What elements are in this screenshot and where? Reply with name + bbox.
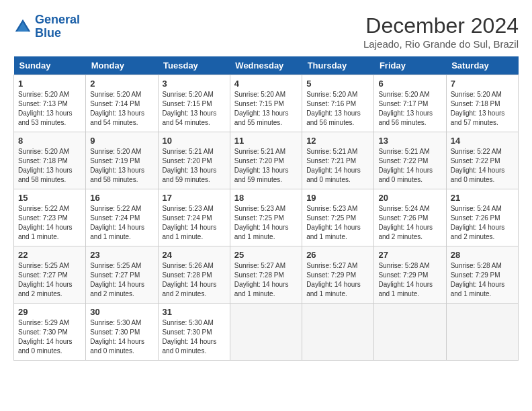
weekday-header-saturday: Saturday [446, 56, 518, 75]
day-info: Sunrise: 5:21 AM Sunset: 7:20 PM Dayligh… [163, 147, 226, 185]
calendar-cell: 15Sunrise: 5:22 AM Sunset: 7:23 PM Dayli… [14, 189, 86, 246]
day-info: Sunrise: 5:27 AM Sunset: 7:29 PM Dayligh… [306, 261, 369, 299]
day-info: Sunrise: 5:22 AM Sunset: 7:24 PM Dayligh… [90, 204, 153, 242]
day-info: Sunrise: 5:25 AM Sunset: 7:27 PM Dayligh… [90, 261, 153, 299]
week-row-5: 29Sunrise: 5:29 AM Sunset: 7:30 PM Dayli… [14, 304, 519, 361]
calendar-cell: 2Sunrise: 5:20 AM Sunset: 7:14 PM Daylig… [86, 75, 158, 132]
day-number: 27 [378, 250, 441, 260]
location: Lajeado, Rio Grande do Sul, Brazil [363, 38, 519, 50]
day-info: Sunrise: 5:20 AM Sunset: 7:18 PM Dayligh… [451, 90, 514, 128]
calendar-cell: 4Sunrise: 5:20 AM Sunset: 7:15 PM Daylig… [230, 75, 302, 132]
calendar-cell: 9Sunrise: 5:20 AM Sunset: 7:19 PM Daylig… [86, 132, 158, 189]
calendar-cell: 25Sunrise: 5:27 AM Sunset: 7:28 PM Dayli… [230, 246, 302, 304]
title-block: December 2024 Lajeado, Rio Grande do Sul… [363, 13, 519, 50]
day-number: 1 [18, 79, 81, 89]
day-info: Sunrise: 5:20 AM Sunset: 7:16 PM Dayligh… [306, 90, 369, 128]
calendar-cell: 3Sunrise: 5:20 AM Sunset: 7:15 PM Daylig… [158, 75, 230, 132]
day-number: 11 [234, 136, 298, 146]
logo: General Blue [13, 13, 80, 40]
day-number: 20 [378, 193, 441, 203]
day-number: 10 [163, 136, 226, 146]
week-row-3: 15Sunrise: 5:22 AM Sunset: 7:23 PM Dayli… [14, 189, 519, 246]
calendar-cell: 21Sunrise: 5:24 AM Sunset: 7:26 PM Dayli… [446, 189, 518, 246]
weekday-header-tuesday: Tuesday [158, 56, 230, 75]
day-number: 19 [306, 193, 369, 203]
day-number: 13 [378, 136, 441, 146]
day-number: 22 [18, 250, 81, 260]
day-info: Sunrise: 5:28 AM Sunset: 7:29 PM Dayligh… [378, 261, 441, 299]
weekday-header-monday: Monday [86, 56, 158, 75]
day-number: 14 [451, 136, 514, 146]
calendar-cell [374, 304, 446, 361]
logo-icon [13, 17, 32, 36]
calendar-cell: 23Sunrise: 5:25 AM Sunset: 7:27 PM Dayli… [86, 246, 158, 304]
day-number: 5 [306, 79, 369, 89]
calendar-cell [302, 304, 374, 361]
day-info: Sunrise: 5:23 AM Sunset: 7:25 PM Dayligh… [234, 204, 298, 242]
day-info: Sunrise: 5:30 AM Sunset: 7:30 PM Dayligh… [163, 318, 226, 356]
weekday-header-friday: Friday [374, 56, 446, 75]
calendar-cell: 16Sunrise: 5:22 AM Sunset: 7:24 PM Dayli… [86, 189, 158, 246]
day-info: Sunrise: 5:24 AM Sunset: 7:26 PM Dayligh… [451, 204, 514, 242]
day-info: Sunrise: 5:21 AM Sunset: 7:22 PM Dayligh… [378, 147, 441, 185]
day-number: 8 [18, 136, 81, 146]
calendar-cell: 28Sunrise: 5:28 AM Sunset: 7:29 PM Dayli… [446, 246, 518, 304]
day-info: Sunrise: 5:20 AM Sunset: 7:18 PM Dayligh… [18, 147, 81, 185]
calendar-cell: 12Sunrise: 5:21 AM Sunset: 7:21 PM Dayli… [302, 132, 374, 189]
day-number: 25 [234, 250, 298, 260]
day-info: Sunrise: 5:20 AM Sunset: 7:17 PM Dayligh… [378, 90, 441, 128]
day-number: 26 [306, 250, 369, 260]
day-number: 23 [90, 250, 153, 260]
day-info: Sunrise: 5:26 AM Sunset: 7:28 PM Dayligh… [163, 261, 226, 299]
day-info: Sunrise: 5:20 AM Sunset: 7:15 PM Dayligh… [234, 90, 298, 128]
day-info: Sunrise: 5:23 AM Sunset: 7:24 PM Dayligh… [163, 204, 226, 242]
day-number: 9 [90, 136, 153, 146]
day-info: Sunrise: 5:21 AM Sunset: 7:20 PM Dayligh… [234, 147, 298, 185]
weekday-header-wednesday: Wednesday [230, 56, 302, 75]
day-info: Sunrise: 5:28 AM Sunset: 7:29 PM Dayligh… [451, 261, 514, 299]
calendar-cell: 6Sunrise: 5:20 AM Sunset: 7:17 PM Daylig… [374, 75, 446, 132]
day-number: 31 [163, 307, 226, 317]
day-info: Sunrise: 5:20 AM Sunset: 7:19 PM Dayligh… [90, 147, 153, 185]
calendar-cell: 26Sunrise: 5:27 AM Sunset: 7:29 PM Dayli… [302, 246, 374, 304]
calendar-cell: 20Sunrise: 5:24 AM Sunset: 7:26 PM Dayli… [374, 189, 446, 246]
day-number: 2 [90, 79, 153, 89]
day-info: Sunrise: 5:20 AM Sunset: 7:14 PM Dayligh… [90, 90, 153, 128]
calendar-cell: 11Sunrise: 5:21 AM Sunset: 7:20 PM Dayli… [230, 132, 302, 189]
day-number: 3 [163, 79, 226, 89]
week-row-4: 22Sunrise: 5:25 AM Sunset: 7:27 PM Dayli… [14, 246, 519, 304]
day-number: 30 [90, 307, 153, 317]
day-info: Sunrise: 5:22 AM Sunset: 7:22 PM Dayligh… [451, 147, 514, 185]
week-row-2: 8Sunrise: 5:20 AM Sunset: 7:18 PM Daylig… [14, 132, 519, 189]
calendar-cell: 8Sunrise: 5:20 AM Sunset: 7:18 PM Daylig… [14, 132, 86, 189]
day-number: 17 [163, 193, 226, 203]
day-number: 21 [451, 193, 514, 203]
calendar-cell: 10Sunrise: 5:21 AM Sunset: 7:20 PM Dayli… [158, 132, 230, 189]
calendar-cell: 27Sunrise: 5:28 AM Sunset: 7:29 PM Dayli… [374, 246, 446, 304]
day-info: Sunrise: 5:30 AM Sunset: 7:30 PM Dayligh… [90, 318, 153, 356]
day-number: 12 [306, 136, 369, 146]
day-info: Sunrise: 5:27 AM Sunset: 7:28 PM Dayligh… [234, 261, 298, 299]
day-info: Sunrise: 5:20 AM Sunset: 7:13 PM Dayligh… [18, 90, 81, 128]
calendar-table: SundayMondayTuesdayWednesdayThursdayFrid… [13, 56, 519, 361]
day-number: 6 [378, 79, 441, 89]
day-info: Sunrise: 5:29 AM Sunset: 7:30 PM Dayligh… [18, 318, 81, 356]
day-number: 4 [234, 79, 298, 89]
day-info: Sunrise: 5:22 AM Sunset: 7:23 PM Dayligh… [18, 204, 81, 242]
calendar-cell: 13Sunrise: 5:21 AM Sunset: 7:22 PM Dayli… [374, 132, 446, 189]
day-number: 7 [451, 79, 514, 89]
calendar-cell: 7Sunrise: 5:20 AM Sunset: 7:18 PM Daylig… [446, 75, 518, 132]
calendar-cell: 18Sunrise: 5:23 AM Sunset: 7:25 PM Dayli… [230, 189, 302, 246]
weekday-header-thursday: Thursday [302, 56, 374, 75]
weekday-header-sunday: Sunday [14, 56, 86, 75]
calendar-cell: 19Sunrise: 5:23 AM Sunset: 7:25 PM Dayli… [302, 189, 374, 246]
calendar-cell: 1Sunrise: 5:20 AM Sunset: 7:13 PM Daylig… [14, 75, 86, 132]
day-info: Sunrise: 5:25 AM Sunset: 7:27 PM Dayligh… [18, 261, 81, 299]
day-info: Sunrise: 5:21 AM Sunset: 7:21 PM Dayligh… [306, 147, 369, 185]
day-number: 18 [234, 193, 298, 203]
day-info: Sunrise: 5:24 AM Sunset: 7:26 PM Dayligh… [378, 204, 441, 242]
day-number: 15 [18, 193, 81, 203]
calendar-cell [446, 304, 518, 361]
calendar-cell: 17Sunrise: 5:23 AM Sunset: 7:24 PM Dayli… [158, 189, 230, 246]
calendar-cell: 22Sunrise: 5:25 AM Sunset: 7:27 PM Dayli… [14, 246, 86, 304]
